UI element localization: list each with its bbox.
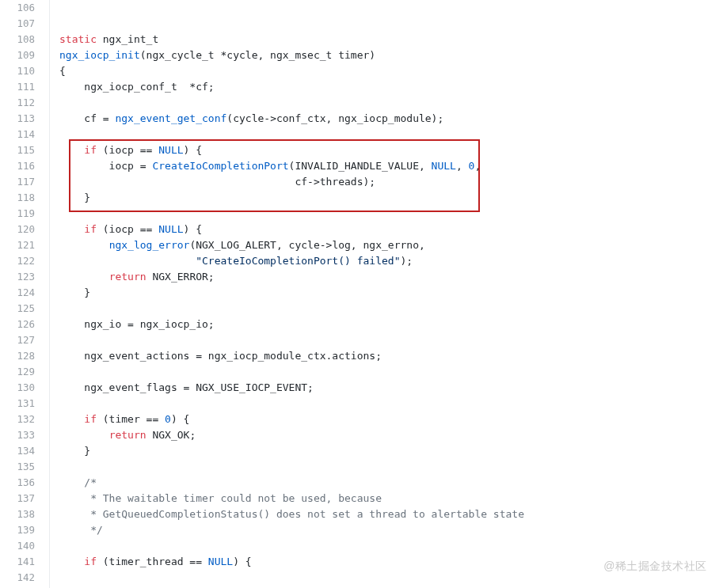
token-pln: ngx_io = ngx_iocp_io; [59,318,215,330]
line-number: 140 [0,538,35,554]
token-pln: ) { [184,223,202,235]
code-line[interactable] [59,396,524,412]
token-str: "CreateIoCompletionPort() failed" [196,255,400,267]
code-line[interactable] [59,538,524,554]
code-line[interactable] [59,127,524,142]
line-number: 121 [0,237,35,253]
token-pln: (cycle->conf_ctx, ngx_iocp_module); [226,112,443,124]
line-number: 108 [0,32,35,47]
code-line[interactable]: } [59,285,524,301]
token-pln: cf->threads); [59,176,375,188]
token-pln [59,556,84,567]
code-line[interactable]: static ngx_int_t [59,32,524,47]
line-number: 133 [0,427,35,443]
token-pln [59,239,109,251]
line-number: 126 [0,317,35,332]
code-line[interactable]: "CreateIoCompletionPort() failed"); [59,253,524,269]
token-pln: ) { [233,556,251,567]
code-line[interactable]: ngx_log_error(NGX_LOG_ALERT, cycle->log,… [59,237,524,253]
token-kw: return [109,271,147,283]
code-line[interactable]: iocp = CreateIoCompletionPort(INVALID_HA… [59,158,524,174]
code-line[interactable]: return NGX_ERROR; [59,269,524,285]
token-pln: ) { [171,413,189,425]
code-line[interactable]: if (timer == 0) { [59,412,524,427]
token-pln: , [456,160,469,172]
token-kw: if [84,223,97,235]
line-number-gutter: 1061071081091101111121131141151161171181… [0,0,50,588]
code-line[interactable] [59,206,524,222]
line-number: 124 [0,285,35,301]
code-area[interactable]: static ngx_int_tngx_iocp_init(ngx_cycle_… [50,0,524,588]
token-pln: { [59,65,66,77]
line-number: 117 [0,174,35,190]
code-line[interactable]: cf = ngx_event_get_conf(cycle->conf_ctx,… [59,111,524,127]
token-pln: ngx_event_actions = ngx_iocp_module_ctx.… [59,350,382,362]
code-line[interactable] [59,301,524,317]
token-const: NULL [432,160,456,172]
code-line[interactable] [59,570,524,586]
token-kw: return [109,429,147,441]
watermark: @稀土掘金技术社区 [603,560,707,574]
code-line[interactable]: if (iocp == NULL) { [59,222,524,237]
code-line[interactable]: if (timer_thread == NULL) { [59,554,524,570]
code-line[interactable]: } [59,443,524,459]
token-const: NULL [158,223,183,235]
line-number: 107 [0,16,35,32]
code-line[interactable]: * The waitable timer could not be used, … [59,491,524,506]
code-line[interactable] [59,459,524,475]
token-pln: ngx_event_flags = NGX_USE_IOCP_EVENT; [59,381,314,393]
token-cmt: * GetQueuedCompletionStatus() does not s… [59,508,524,520]
line-number: 112 [0,95,35,111]
line-number: 127 [0,332,35,348]
token-pln: ngx_iocp_conf_t *cf; [59,81,215,93]
line-number: 122 [0,253,35,269]
token-pln [59,223,84,235]
code-line[interactable] [59,332,524,348]
line-number: 130 [0,380,35,396]
token-func: ngx_iocp_init [59,49,140,61]
line-number: 114 [0,127,35,142]
code-line[interactable] [59,95,524,111]
line-number: 132 [0,412,35,427]
token-pln: iocp = [59,160,152,172]
token-pln: } [59,286,90,298]
token-pln: (timer_thread == [97,556,208,567]
token-pln [59,271,109,283]
token-const: NULL [208,556,233,567]
code-line[interactable]: */ [59,522,524,538]
code-line[interactable] [59,364,524,380]
code-line[interactable]: ngx_io = ngx_iocp_io; [59,317,524,332]
code-line[interactable]: /* [59,475,524,491]
code-line[interactable]: ngx_iocp_init(ngx_cycle_t *cycle, ngx_ms… [59,47,524,63]
token-pln: (iocp == [97,144,158,156]
token-cmt: /* [84,476,97,488]
token-pln: } [59,192,90,203]
code-line[interactable]: { [59,63,524,79]
code-line[interactable]: cf->threads); [59,174,524,190]
code-line[interactable]: return NGX_OK; [59,427,524,443]
token-cmt: * The waitable timer could not be used, … [59,492,382,504]
line-number: 123 [0,269,35,285]
token-pln: ); [400,255,413,267]
line-number: 116 [0,158,35,174]
token-kw: static [59,33,97,45]
code-viewer: 1061071081091101111121131141151161171181… [0,0,723,588]
code-line[interactable]: if (iocp == NULL) { [59,142,524,158]
line-number: 135 [0,459,35,475]
token-pln: ngx_int_t [97,33,158,45]
code-line[interactable]: * GetQueuedCompletionStatus() does not s… [59,506,524,522]
code-line[interactable]: ngx_event_actions = ngx_iocp_module_ctx.… [59,348,524,364]
line-number: 136 [0,475,35,491]
token-pln: , [474,160,481,172]
line-number: 118 [0,190,35,206]
line-number: 113 [0,111,35,127]
code-line[interactable]: ngx_iocp_conf_t *cf; [59,79,524,95]
line-number: 128 [0,348,35,364]
token-pln: NGX_ERROR; [147,271,215,283]
token-pln: } [59,445,90,457]
code-line[interactable] [59,16,524,32]
code-line[interactable] [59,0,524,16]
line-number: 137 [0,491,35,506]
code-line[interactable]: ngx_event_flags = NGX_USE_IOCP_EVENT; [59,380,524,396]
code-line[interactable]: } [59,190,524,206]
